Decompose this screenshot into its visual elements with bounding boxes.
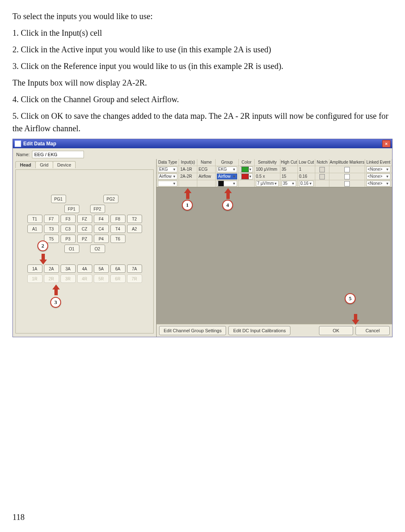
electrode-P3[interactable]: P3 <box>61 235 76 243</box>
edit-channel-group-button[interactable]: Edit Channel Group Settings <box>159 326 226 335</box>
electrode-CZ[interactable]: CZ <box>77 225 92 233</box>
cell-group[interactable]: EKG▾ <box>217 167 237 172</box>
electrode-3R[interactable]: 3R <box>61 275 76 283</box>
electrode-1R[interactable]: 1R <box>27 275 42 283</box>
electrode-F7[interactable]: F7 <box>44 215 59 223</box>
electrode-PG2[interactable]: PG2 <box>103 195 118 203</box>
electrode-C4[interactable]: C4 <box>94 225 109 233</box>
channel-grid: Data Type Input(s) Name Group Color Sens… <box>157 159 392 187</box>
cell-name[interactable] <box>197 180 216 187</box>
electrode-T6[interactable]: T6 <box>110 235 125 243</box>
step-1: 1. Click in the Input(s) cell <box>12 27 393 39</box>
electrode-P4[interactable]: P4 <box>94 235 109 243</box>
electrode-F8[interactable]: F8 <box>110 215 125 223</box>
right-panel: Data Type Input(s) Name Group Color Sens… <box>156 159 392 337</box>
cell-inputs[interactable]: 2A-2R <box>179 173 197 180</box>
cell-sensitivity[interactable]: 0.5 x <box>255 173 280 180</box>
cell-data-type[interactable]: EKG▾ <box>158 167 177 172</box>
cell-low-cut[interactable]: 0.16 <box>298 173 315 180</box>
cell-inputs[interactable] <box>179 180 197 187</box>
ok-button[interactable]: OK <box>319 326 353 335</box>
cell-low-cut[interactable]: 1 <box>298 166 315 173</box>
table-row: ▾ ▾ 7 µV/mm▾ 35▾ 0.16▾ <None>▾ <box>157 180 392 187</box>
cell-linked-event[interactable]: <None>▾ <box>366 167 390 172</box>
electrode-6R[interactable]: 6R <box>110 275 125 283</box>
col-high-cut: High Cut <box>280 159 298 166</box>
cell-color[interactable]: ▾ <box>240 167 253 172</box>
cell-data-type[interactable]: Airflow▾ <box>158 174 177 179</box>
intro: To select the inputs you would like to u… <box>12 10 393 22</box>
electrode-4R[interactable]: 4R <box>77 275 92 283</box>
tab-grid[interactable]: Grid <box>35 161 53 168</box>
cell-linked-event[interactable]: <None>▾ <box>366 181 390 186</box>
electrode-4A[interactable]: 4A <box>77 265 92 273</box>
cell-amp-checkbox[interactable] <box>344 167 350 172</box>
close-icon[interactable]: × <box>382 140 390 147</box>
left-panel: Head Grid Device PG1 PG2 FP1 FP2 <box>13 159 156 337</box>
electrode-A1[interactable]: A1 <box>27 225 42 233</box>
cell-amp-checkbox[interactable] <box>344 174 350 179</box>
cell-name[interactable]: Airflow <box>197 173 216 180</box>
electrode-F3[interactable]: F3 <box>61 215 76 223</box>
cell-group[interactable]: ▾ <box>217 181 237 186</box>
cell-amp-checkbox[interactable] <box>344 181 350 186</box>
cell-inputs[interactable]: 1A-1R <box>179 166 197 173</box>
cell-color[interactable]: ▾ <box>240 174 253 179</box>
result-line: The Inputs box will now display 2A-2R. <box>12 76 393 89</box>
cell-sensitivity[interactable]: 7 µV/mm▾ <box>256 181 279 186</box>
cancel-button[interactable]: Cancel <box>356 326 390 335</box>
cell-sensitivity[interactable]: 100 µV/mm <box>255 166 280 173</box>
head-panel: PG1 PG2 FP1 FP2 T1 F7 F3 FZ F4 <box>15 169 154 333</box>
electrode-A2[interactable]: A2 <box>127 225 142 233</box>
electrode-O1[interactable]: O1 <box>64 245 79 253</box>
tab-device[interactable]: Device <box>53 161 76 168</box>
electrode-2R[interactable]: 2R <box>44 275 59 283</box>
cell-high-cut[interactable]: 15 <box>280 173 298 180</box>
electrode-7A[interactable]: 7A <box>127 265 142 273</box>
col-notch: Notch <box>315 159 329 166</box>
cell-high-cut[interactable]: 35▾ <box>282 181 296 186</box>
electrode-7R[interactable]: 7R <box>127 275 142 283</box>
electrode-PG1[interactable]: PG1 <box>51 195 66 203</box>
chevron-down-icon: ▾ <box>385 166 389 173</box>
electrode-F4[interactable]: F4 <box>94 215 109 223</box>
electrode-O2[interactable]: O2 <box>90 245 105 253</box>
electrode-T4[interactable]: T4 <box>110 225 125 233</box>
electrode-1A[interactable]: 1A <box>27 265 42 273</box>
name-field[interactable] <box>32 151 84 158</box>
electrode-T2[interactable]: T2 <box>127 215 142 223</box>
electrode-5R[interactable]: 5R <box>94 275 109 283</box>
electrode-FZ[interactable]: FZ <box>77 215 92 223</box>
col-name: Name <box>197 159 216 166</box>
col-low-cut: Low Cut <box>298 159 315 166</box>
electrode-PZ[interactable]: PZ <box>77 235 92 243</box>
cell-high-cut[interactable]: 35 <box>280 166 298 173</box>
electrode-3A[interactable]: 3A <box>61 265 76 273</box>
cell-notch-checkbox[interactable] <box>319 167 325 172</box>
callout-4: 4 <box>222 200 233 211</box>
electrode-T1[interactable]: T1 <box>27 215 42 223</box>
electrode-5A[interactable]: 5A <box>94 265 109 273</box>
cell-notch-checkbox[interactable] <box>319 174 325 179</box>
button-bar: Edit Channel Group Settings Edit DC Inpu… <box>157 324 392 337</box>
tab-head[interactable]: Head <box>15 161 36 168</box>
electrode-C3[interactable]: C3 <box>61 225 76 233</box>
cell-low-cut[interactable]: 0.16▾ <box>299 181 314 186</box>
callout-2: 2 <box>37 240 48 251</box>
chevron-down-icon: ▾ <box>385 173 389 180</box>
cell-linked-event[interactable]: <None>▾ <box>366 174 390 179</box>
electrode-FP2[interactable]: FP2 <box>90 205 105 213</box>
cell-group[interactable]: Airflow▾ <box>217 174 237 179</box>
window-title: Edit Data Map <box>23 141 382 147</box>
step-2: 2. Click in the Active input you would l… <box>12 43 393 56</box>
grid-header: Data Type Input(s) Name Group Color Sens… <box>157 159 392 166</box>
electrode-6A[interactable]: 6A <box>110 265 125 273</box>
electrode-FP1[interactable]: FP1 <box>64 205 79 213</box>
callout-3: 3 <box>50 297 61 308</box>
col-inputs: Input(s) <box>179 159 197 166</box>
cell-name[interactable]: ECG <box>197 166 216 173</box>
electrode-2A[interactable]: 2A <box>44 265 59 273</box>
electrode-T3[interactable]: T3 <box>44 225 59 233</box>
cell-data-type[interactable]: ▾ <box>158 181 177 186</box>
edit-dc-calibrations-button[interactable]: Edit DC Input Calibrations <box>228 326 290 335</box>
